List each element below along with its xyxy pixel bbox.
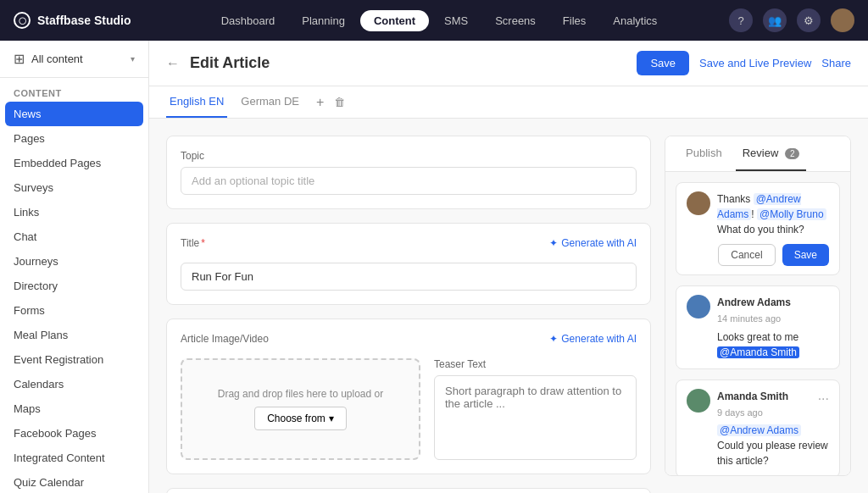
language-tab-bar: English EN German DE + 🗑	[149, 86, 868, 119]
media-section: Article Image/Video ✦ Generate with AI D…	[166, 319, 651, 474]
teaser-input[interactable]	[434, 375, 637, 460]
sidebar-item-label: Maps	[14, 402, 41, 415]
all-content-label: All content	[31, 53, 124, 65]
sidebar-item-maps[interactable]: Maps	[0, 396, 148, 421]
save-live-preview-button[interactable]: Save and Live Preview	[699, 57, 811, 69]
sidebar-item-label: Journeys	[14, 255, 58, 268]
editor-main: Topic Title ✦ Generate with AI	[166, 136, 651, 476]
sidebar-item-label: Surveys	[14, 181, 53, 194]
save-comment-button[interactable]: Save	[782, 244, 829, 266]
add-language-button[interactable]: +	[313, 88, 327, 117]
sidebar-item-directory[interactable]: Directory	[0, 274, 148, 298]
sidebar-item-event-registration[interactable]: Event Registration	[0, 347, 148, 372]
sidebar-item-label: Embedded Pages	[14, 157, 101, 169]
sidebar-item-label: News	[14, 108, 42, 120]
back-button[interactable]: ←	[166, 56, 180, 71]
help-icon[interactable]: ?	[729, 8, 753, 32]
media-label: Article Image/Video	[181, 333, 269, 345]
comment-input-box: Thanks @Andrew Adams! @Molly Bruno What …	[676, 182, 840, 275]
editor-header: ← Edit Article Save Save and Live Previe…	[149, 41, 868, 86]
generate-ai-button[interactable]: ✦ Generate with AI	[549, 237, 637, 249]
tab-review[interactable]: Review 2	[736, 136, 807, 171]
comment-item-andrew: Andrew Adams 14 minutes ago Looks great …	[676, 285, 840, 369]
user-avatar[interactable]	[831, 8, 854, 32]
topic-section: Topic	[166, 136, 651, 209]
andrew-name: Andrew Adams	[717, 295, 829, 310]
title-section: Title ✦ Generate with AI	[166, 223, 651, 305]
nav-screens[interactable]: Screens	[483, 9, 548, 32]
brand-name: Staffbase Studio	[37, 14, 131, 27]
sparkle-icon: ✦	[549, 237, 558, 249]
settings-icon[interactable]: ⚙	[797, 8, 821, 32]
content-area: ← Edit Article Save Save and Live Previe…	[149, 41, 868, 493]
sidebar-item-news[interactable]: News	[5, 102, 143, 126]
nav-analytics[interactable]: Analytics	[601, 9, 669, 32]
upload-text: Drag and drop files here to upload or	[218, 388, 383, 400]
top-nav: ◯ Staffbase Studio Dashboard Planning Co…	[0, 0, 868, 41]
sidebar-item-label: Meal Plans	[14, 329, 68, 341]
comment-more-button[interactable]: ···	[818, 389, 829, 409]
sidebar-item-forms[interactable]: Forms	[0, 298, 148, 323]
sidebar-item-label: Calendars	[14, 378, 64, 391]
choose-from-button[interactable]: Choose from ▾	[254, 407, 347, 430]
sidebar-item-chat[interactable]: Chat	[0, 224, 148, 249]
nav-dashboard[interactable]: Dashboard	[209, 9, 287, 32]
sidebar-item-quiz-calendar[interactable]: Quiz Calendar	[0, 470, 148, 493]
right-panel: Publish Review 2 Thanks @Andrew	[665, 136, 851, 476]
caption-section: Image Caption	[166, 488, 651, 493]
mention-andrew2: @Andrew Adams	[717, 424, 801, 436]
chevron-down-icon: ▾	[131, 54, 135, 64]
sidebar-item-embedded-pages[interactable]: Embedded Pages	[0, 151, 148, 175]
teaser-label: Teaser Text	[434, 358, 637, 370]
right-panel-tabs: Publish Review 2	[665, 136, 850, 172]
topic-label: Topic	[181, 150, 637, 162]
sidebar-item-facebook-pages[interactable]: Facebook Pages	[0, 421, 148, 446]
sidebar-item-meal-plans[interactable]: Meal Plans	[0, 323, 148, 347]
sidebar-item-links[interactable]: Links	[0, 200, 148, 224]
chevron-down-icon: ▾	[329, 413, 334, 424]
delete-language-button[interactable]: 🗑	[331, 89, 348, 115]
grid-icon: ⊞	[14, 51, 25, 67]
sidebar-item-label: Event Registration	[14, 353, 103, 366]
sidebar-item-calendars[interactable]: Calendars	[0, 372, 148, 396]
brand-logo: ◯	[14, 12, 31, 29]
tab-english[interactable]: English EN	[166, 86, 227, 118]
sidebar-item-label: Forms	[14, 304, 45, 317]
sidebar-item-label: Directory	[14, 280, 58, 292]
sidebar-item-label: Chat	[14, 230, 36, 243]
tab-german[interactable]: German DE	[237, 86, 303, 118]
topic-input[interactable]	[181, 167, 637, 195]
nav-links: Dashboard Planning Content SMS Screens F…	[149, 9, 729, 32]
nav-files[interactable]: Files	[551, 9, 598, 32]
amanda-name: Amanda Smith	[717, 389, 788, 404]
sidebar-item-pages[interactable]: Pages	[0, 126, 148, 151]
sidebar-item-surveys[interactable]: Surveys	[0, 175, 148, 200]
main-layout: ⊞ All content ▾ Content News Pages Embed…	[0, 41, 868, 493]
people-icon[interactable]: 👥	[763, 8, 787, 32]
comment-text: Thanks @Andrew Adams! @Molly Bruno What …	[717, 191, 829, 237]
comments-area: Thanks @Andrew Adams! @Molly Bruno What …	[665, 172, 850, 475]
sidebar: ⊞ All content ▾ Content News Pages Embed…	[0, 41, 149, 493]
amanda-time: 9 days ago	[717, 406, 788, 420]
save-button[interactable]: Save	[637, 51, 689, 75]
comment-actions: Cancel Save	[687, 244, 829, 266]
nav-content[interactable]: Content	[360, 10, 429, 31]
andrew-time: 14 minutes ago	[717, 312, 829, 326]
nav-planning[interactable]: Planning	[290, 9, 357, 32]
review-badge: 2	[785, 148, 800, 159]
sidebar-item-label: Pages	[14, 132, 45, 145]
media-upload-area[interactable]: Drag and drop files here to upload or Ch…	[181, 358, 420, 460]
cancel-comment-button[interactable]: Cancel	[718, 244, 775, 266]
editor-title: Edit Article	[190, 54, 626, 72]
nav-sms[interactable]: SMS	[432, 9, 480, 32]
sidebar-item-journeys[interactable]: Journeys	[0, 249, 148, 274]
comment-content-andrew: Andrew Adams 14 minutes ago Looks great …	[717, 295, 829, 360]
title-input[interactable]	[181, 263, 637, 291]
share-button[interactable]: Share	[821, 57, 851, 69]
tab-publish[interactable]: Publish	[679, 136, 729, 171]
generate-ai-teaser-button[interactable]: ✦ Generate with AI	[549, 333, 637, 345]
sidebar-header[interactable]: ⊞ All content ▾	[0, 41, 148, 78]
nav-icons: ? 👥 ⚙	[729, 8, 854, 32]
content-section-label: Content	[0, 78, 148, 102]
sidebar-item-integrated-content[interactable]: Integrated Content	[0, 446, 148, 470]
